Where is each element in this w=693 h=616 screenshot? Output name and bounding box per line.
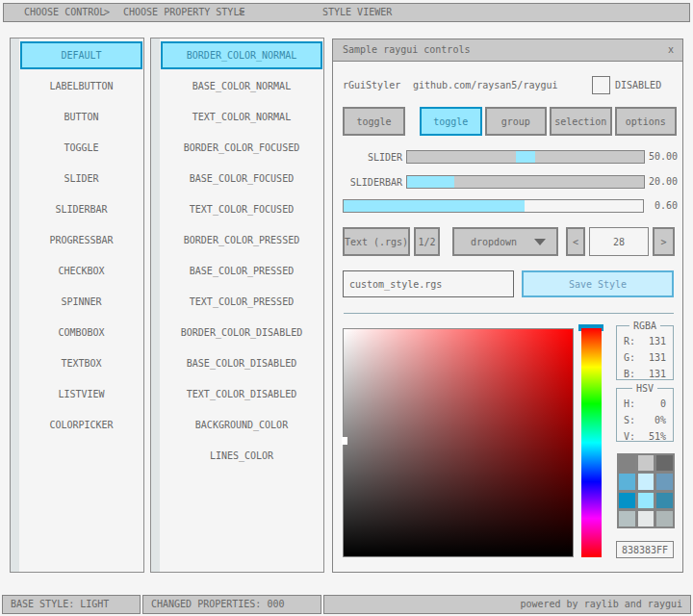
v-label: V: — [624, 431, 635, 442]
properties-list-item[interactable]: TEXT_COLOR_PRESSED — [161, 288, 322, 316]
close-icon[interactable]: x — [668, 39, 674, 61]
controls-list-item[interactable]: LISTVIEW — [20, 380, 142, 408]
slider[interactable] — [406, 150, 645, 164]
b-value: 131 — [649, 369, 666, 379]
color-swatch[interactable] — [638, 511, 654, 526]
hsv-row-s: S: 0% — [617, 412, 673, 428]
controls-list-item[interactable]: COMBOBOX — [20, 319, 142, 346]
text-rgs-button[interactable]: Text (.rgs) — [343, 227, 410, 256]
properties-list-item[interactable]: BORDER_COLOR_PRESSED — [161, 226, 322, 254]
window-title-bar[interactable]: Sample raygui controls x — [333, 39, 682, 62]
app-name-label: rGuiStyler — [343, 80, 400, 91]
properties-list-item[interactable]: BORDER_COLOR_NORMAL — [161, 41, 322, 69]
color-swatch[interactable] — [656, 493, 673, 508]
properties-list-item[interactable]: TEXT_COLOR_DISABLED — [161, 380, 322, 408]
properties-list-item[interactable]: BASE_COLOR_PRESSED — [161, 257, 322, 285]
controls-list-item[interactable]: TEXTBOX — [20, 349, 142, 377]
color-picker-panel[interactable] — [343, 328, 574, 557]
controls-list-item[interactable]: SLIDERBAR — [20, 195, 142, 223]
half-button[interactable]: 1/2 — [414, 227, 440, 256]
properties-list-panel: BORDER_COLOR_NORMALBASE_COLOR_NORMALTEXT… — [150, 38, 324, 573]
toggle-group-item[interactable]: group — [485, 107, 548, 136]
s-label: S: — [624, 415, 635, 425]
style-viewer-window: Sample raygui controls x rGuiStyler gith… — [332, 38, 683, 573]
properties-list-item[interactable]: BASE_COLOR_NORMAL — [161, 72, 322, 100]
g-value: 131 — [649, 352, 666, 363]
controls-list-panel: DEFAULTLABELBUTTONBUTTONTOGGLESLIDERSLID… — [10, 38, 144, 573]
color-swatch[interactable] — [656, 474, 673, 489]
status-changed-properties: CHANGED PROPERTIES: 000 — [142, 595, 321, 614]
color-swatch[interactable] — [638, 493, 654, 508]
r-value: 131 — [649, 336, 666, 346]
toggle-group-item[interactable]: options — [615, 107, 678, 136]
breadcrumb-choose-property-style: CHOOSE PROPERTY STYLE — [123, 4, 244, 21]
spinner-value-box[interactable]: 28 — [589, 227, 649, 256]
color-swatch[interactable] — [638, 474, 654, 489]
controls-list-item[interactable]: SLIDER — [20, 165, 142, 192]
controls-list-item[interactable]: DEFAULT — [20, 41, 142, 69]
controls-list-item[interactable]: LABELBUTTON — [20, 72, 142, 100]
color-swatch[interactable] — [656, 455, 673, 471]
repo-link-label: github.com/raysan5/raygui — [413, 80, 558, 91]
dropdown[interactable]: dropdown — [452, 227, 558, 256]
toggle-group: togglegroupselectionoptions — [420, 107, 677, 136]
breadcrumb-arrow-icon: > — [239, 4, 244, 21]
disabled-checkbox[interactable] — [592, 76, 610, 94]
color-swatch[interactable] — [619, 493, 635, 508]
hex-value-box[interactable]: 838383FF — [616, 541, 674, 558]
properties-list-item[interactable]: TEXT_COLOR_FOCUSED — [161, 195, 322, 223]
progress-bar-value: 0.60 — [645, 199, 678, 213]
rgba-group-title: RGBA — [629, 321, 660, 331]
toggle-group-item[interactable]: selection — [550, 107, 612, 136]
filename-textbox[interactable]: custom_style.rgs — [343, 270, 514, 297]
dropdown-label: dropdown — [471, 237, 517, 247]
controls-list-item[interactable]: BUTTON — [20, 103, 142, 131]
properties-list-item[interactable]: BORDER_COLOR_DISABLED — [161, 319, 322, 346]
controls-list-item[interactable]: COLORPICKER — [20, 411, 142, 439]
spinner-increment-button[interactable]: > — [653, 227, 675, 256]
color-swatch[interactable] — [619, 455, 635, 471]
properties-list-item[interactable]: LINES_COLOR — [161, 442, 322, 470]
controls-list: DEFAULTLABELBUTTONBUTTONTOGGLESLIDERSLID… — [20, 41, 142, 572]
rgba-row-g: G: 131 — [617, 349, 673, 366]
spinner-decrement-button[interactable]: < — [566, 227, 585, 256]
disabled-checkbox-label: DISABLED — [615, 80, 661, 91]
rgba-row-b: B: 131 — [617, 366, 673, 382]
toggle-button[interactable]: toggle — [343, 107, 405, 136]
properties-list-item[interactable]: BASE_COLOR_FOCUSED — [161, 165, 322, 192]
color-swatch[interactable] — [619, 474, 635, 489]
properties-list-item[interactable]: TEXT_COLOR_NORMAL — [161, 103, 322, 131]
hue-bar[interactable] — [581, 328, 602, 557]
slider-knob[interactable] — [516, 151, 535, 163]
progress-bar — [343, 199, 644, 213]
color-swatch[interactable] — [656, 511, 673, 526]
progress-bar-fill — [344, 200, 525, 212]
status-base-style: BASE STYLE: LIGHT — [2, 595, 141, 614]
properties-list-scrollbar[interactable] — [151, 38, 160, 572]
slider-label: SLIDER — [333, 151, 402, 165]
hsv-group-box: HSV H: 0 S: 0% V: 51% — [616, 388, 674, 442]
slider-value: 50.00 — [645, 150, 678, 164]
controls-list-item[interactable]: CHECKBOX — [20, 257, 142, 285]
window-title: Sample raygui controls — [343, 39, 470, 61]
toggle-group-item[interactable]: toggle — [420, 107, 482, 136]
controls-list-item[interactable]: SPINNER — [20, 288, 142, 316]
save-style-button[interactable]: Save Style — [522, 270, 674, 297]
properties-list-item[interactable]: BASE_COLOR_DISABLED — [161, 349, 322, 377]
controls-list-item[interactable]: TOGGLE — [20, 134, 142, 162]
b-label: B: — [624, 369, 635, 379]
breadcrumb-choose-control: CHOOSE CONTROL — [24, 4, 105, 21]
sliderbar[interactable] — [406, 175, 645, 189]
color-picker-cursor[interactable] — [342, 437, 347, 445]
properties-list-item[interactable]: BORDER_COLOR_FOCUSED — [161, 134, 322, 162]
style-color-swatches — [617, 453, 675, 528]
color-swatch[interactable] — [619, 511, 635, 526]
controls-list-scrollbar[interactable] — [11, 38, 19, 572]
color-swatch[interactable] — [638, 455, 654, 471]
sliderbar-value: 20.00 — [645, 175, 678, 189]
controls-list-item[interactable]: PROGRESSBAR — [20, 226, 142, 254]
breadcrumb-style-viewer: STYLE VIEWER — [322, 4, 392, 21]
properties-list-item[interactable]: BACKGROUND_COLOR — [161, 411, 322, 439]
s-value: 0% — [654, 415, 666, 425]
rgba-group-box: RGBA R: 131 G: 131 B: 131 — [616, 325, 674, 380]
